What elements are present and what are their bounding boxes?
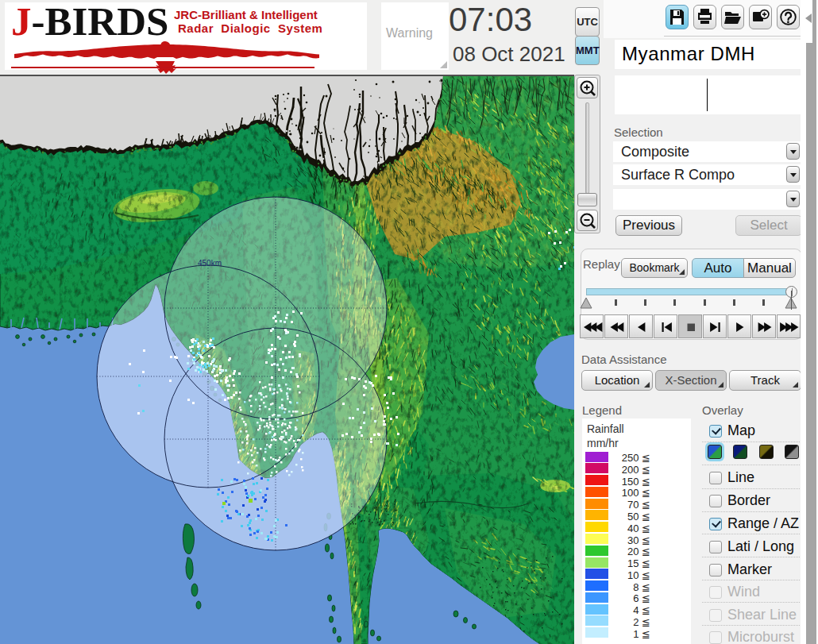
svg-text:450km: 450km bbox=[198, 259, 222, 268]
